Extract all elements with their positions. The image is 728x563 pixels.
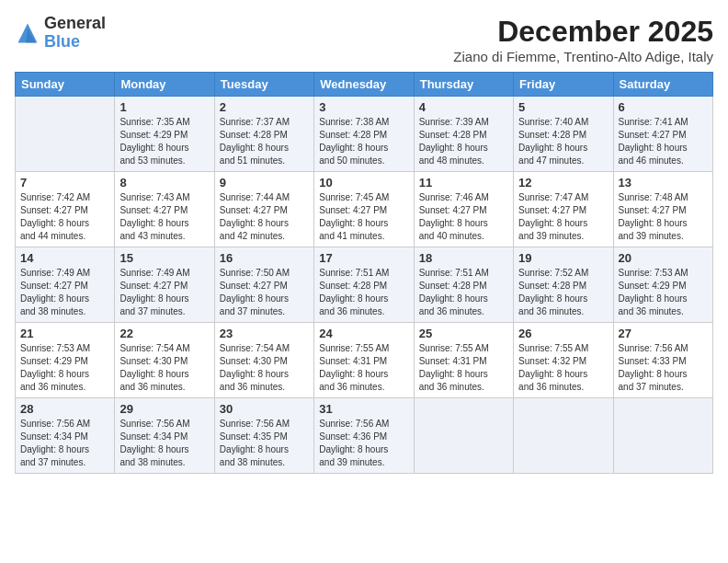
calendar-day-cell: 19Sunrise: 7:52 AM Sunset: 4:28 PM Dayli… — [514, 247, 613, 323]
day-number: 18 — [419, 251, 508, 265]
calendar-day-cell: 4Sunrise: 7:39 AM Sunset: 4:28 PM Daylig… — [414, 97, 513, 172]
calendar-day-cell: 17Sunrise: 7:51 AM Sunset: 4:28 PM Dayli… — [314, 247, 414, 323]
calendar-day-cell — [414, 398, 513, 474]
weekday-header: Monday — [115, 73, 214, 97]
calendar-day-cell — [514, 398, 613, 474]
calendar-day-cell: 5Sunrise: 7:40 AM Sunset: 4:28 PM Daylig… — [514, 97, 613, 172]
calendar-day-cell: 12Sunrise: 7:47 AM Sunset: 4:27 PM Dayli… — [514, 172, 613, 247]
calendar-day-cell: 27Sunrise: 7:56 AM Sunset: 4:33 PM Dayli… — [613, 323, 712, 398]
day-number: 9 — [220, 176, 309, 190]
calendar-day-cell: 3Sunrise: 7:38 AM Sunset: 4:28 PM Daylig… — [314, 97, 414, 172]
day-number: 12 — [518, 176, 608, 190]
day-info: Sunrise: 7:56 AM Sunset: 4:34 PM Dayligh… — [119, 418, 209, 469]
calendar-day-cell: 2Sunrise: 7:37 AM Sunset: 4:28 PM Daylig… — [214, 97, 313, 172]
calendar-day-cell: 9Sunrise: 7:44 AM Sunset: 4:27 PM Daylig… — [214, 172, 313, 247]
day-info: Sunrise: 7:56 AM Sunset: 4:35 PM Dayligh… — [220, 418, 309, 469]
calendar-day-cell: 26Sunrise: 7:55 AM Sunset: 4:32 PM Dayli… — [514, 323, 613, 398]
calendar-day-cell: 22Sunrise: 7:54 AM Sunset: 4:30 PM Dayli… — [115, 323, 214, 398]
day-info: Sunrise: 7:35 AM Sunset: 4:29 PM Dayligh… — [119, 116, 209, 167]
day-info: Sunrise: 7:54 AM Sunset: 4:30 PM Dayligh… — [119, 342, 209, 394]
day-number: 8 — [119, 176, 209, 190]
weekday-header: Friday — [514, 73, 613, 97]
day-number: 30 — [220, 402, 309, 416]
calendar-table: SundayMondayTuesdayWednesdayThursdayFrid… — [15, 72, 713, 474]
day-number: 15 — [119, 251, 209, 265]
day-number: 25 — [419, 327, 508, 340]
calendar-day-cell: 21Sunrise: 7:53 AM Sunset: 4:29 PM Dayli… — [16, 323, 115, 398]
page-title: December 2025 — [453, 15, 713, 49]
calendar-day-cell — [16, 97, 115, 172]
calendar-day-cell: 30Sunrise: 7:56 AM Sunset: 4:35 PM Dayli… — [214, 398, 313, 474]
day-info: Sunrise: 7:48 AM Sunset: 4:27 PM Dayligh… — [619, 191, 708, 243]
calendar-day-cell: 7Sunrise: 7:42 AM Sunset: 4:27 PM Daylig… — [16, 172, 115, 247]
page-subtitle: Ziano di Fiemme, Trentino-Alto Adige, It… — [453, 49, 713, 64]
weekday-header: Tuesday — [214, 73, 313, 97]
day-number: 4 — [419, 100, 508, 114]
logo-general-text: General — [44, 14, 106, 32]
day-info: Sunrise: 7:53 AM Sunset: 4:29 PM Dayligh… — [20, 342, 109, 394]
day-number: 3 — [319, 100, 408, 114]
day-info: Sunrise: 7:42 AM Sunset: 4:27 PM Dayligh… — [20, 191, 109, 243]
calendar-week-row: 21Sunrise: 7:53 AM Sunset: 4:29 PM Dayli… — [16, 323, 713, 398]
calendar-day-cell: 10Sunrise: 7:45 AM Sunset: 4:27 PM Dayli… — [314, 172, 414, 247]
calendar-day-cell: 13Sunrise: 7:48 AM Sunset: 4:27 PM Dayli… — [613, 172, 712, 247]
day-info: Sunrise: 7:39 AM Sunset: 4:28 PM Dayligh… — [419, 116, 508, 167]
calendar-day-cell: 6Sunrise: 7:41 AM Sunset: 4:27 PM Daylig… — [613, 97, 712, 172]
day-number: 29 — [119, 402, 209, 416]
day-info: Sunrise: 7:56 AM Sunset: 4:33 PM Dayligh… — [619, 342, 708, 394]
calendar-week-row: 28Sunrise: 7:56 AM Sunset: 4:34 PM Dayli… — [16, 398, 713, 474]
day-number: 13 — [619, 176, 708, 190]
weekday-header: Saturday — [613, 73, 712, 97]
day-number: 27 — [619, 327, 708, 340]
day-number: 16 — [220, 251, 309, 265]
day-number: 2 — [220, 100, 309, 114]
day-number: 10 — [319, 176, 408, 190]
day-info: Sunrise: 7:40 AM Sunset: 4:28 PM Dayligh… — [518, 116, 608, 167]
day-number: 28 — [20, 402, 109, 416]
day-info: Sunrise: 7:46 AM Sunset: 4:27 PM Dayligh… — [419, 191, 508, 243]
calendar-day-cell: 8Sunrise: 7:43 AM Sunset: 4:27 PM Daylig… — [115, 172, 214, 247]
calendar-day-cell: 11Sunrise: 7:46 AM Sunset: 4:27 PM Dayli… — [414, 172, 513, 247]
day-info: Sunrise: 7:55 AM Sunset: 4:31 PM Dayligh… — [419, 342, 508, 394]
calendar-header-row: SundayMondayTuesdayWednesdayThursdayFrid… — [16, 73, 713, 97]
day-number: 21 — [20, 327, 109, 340]
calendar-week-row: 14Sunrise: 7:49 AM Sunset: 4:27 PM Dayli… — [16, 247, 713, 323]
day-info: Sunrise: 7:51 AM Sunset: 4:28 PM Dayligh… — [419, 267, 508, 318]
day-info: Sunrise: 7:45 AM Sunset: 4:27 PM Dayligh… — [319, 191, 408, 243]
day-number: 31 — [319, 402, 408, 416]
calendar-day-cell: 23Sunrise: 7:54 AM Sunset: 4:30 PM Dayli… — [214, 323, 313, 398]
day-info: Sunrise: 7:44 AM Sunset: 4:27 PM Dayligh… — [220, 191, 309, 243]
calendar-day-cell: 29Sunrise: 7:56 AM Sunset: 4:34 PM Dayli… — [115, 398, 214, 474]
day-number: 6 — [619, 100, 708, 114]
day-info: Sunrise: 7:50 AM Sunset: 4:27 PM Dayligh… — [220, 267, 309, 318]
day-info: Sunrise: 7:47 AM Sunset: 4:27 PM Dayligh… — [518, 191, 608, 243]
day-info: Sunrise: 7:56 AM Sunset: 4:36 PM Dayligh… — [319, 418, 408, 469]
day-number: 26 — [518, 327, 608, 340]
logo-icon — [15, 20, 40, 46]
day-info: Sunrise: 7:55 AM Sunset: 4:31 PM Dayligh… — [319, 342, 408, 394]
day-number: 23 — [220, 327, 309, 340]
day-info: Sunrise: 7:38 AM Sunset: 4:28 PM Dayligh… — [319, 116, 408, 167]
day-info: Sunrise: 7:52 AM Sunset: 4:28 PM Dayligh… — [518, 267, 608, 318]
day-info: Sunrise: 7:53 AM Sunset: 4:29 PM Dayligh… — [619, 267, 708, 318]
calendar-day-cell: 20Sunrise: 7:53 AM Sunset: 4:29 PM Dayli… — [613, 247, 712, 323]
day-number: 5 — [518, 100, 608, 114]
calendar-day-cell: 24Sunrise: 7:55 AM Sunset: 4:31 PM Dayli… — [314, 323, 414, 398]
day-number: 11 — [419, 176, 508, 190]
day-info: Sunrise: 7:55 AM Sunset: 4:32 PM Dayligh… — [518, 342, 608, 394]
calendar-week-row: 7Sunrise: 7:42 AM Sunset: 4:27 PM Daylig… — [16, 172, 713, 247]
calendar-day-cell — [613, 398, 712, 474]
day-number: 20 — [619, 251, 708, 265]
weekday-header: Wednesday — [314, 73, 414, 97]
calendar-day-cell: 16Sunrise: 7:50 AM Sunset: 4:27 PM Dayli… — [214, 247, 313, 323]
day-info: Sunrise: 7:41 AM Sunset: 4:27 PM Dayligh… — [619, 116, 708, 167]
day-info: Sunrise: 7:51 AM Sunset: 4:28 PM Dayligh… — [319, 267, 408, 318]
calendar-week-row: 1Sunrise: 7:35 AM Sunset: 4:29 PM Daylig… — [16, 97, 713, 172]
day-info: Sunrise: 7:56 AM Sunset: 4:34 PM Dayligh… — [20, 418, 109, 469]
calendar-day-cell: 18Sunrise: 7:51 AM Sunset: 4:28 PM Dayli… — [414, 247, 513, 323]
day-number: 1 — [119, 100, 209, 114]
calendar-day-cell: 15Sunrise: 7:49 AM Sunset: 4:27 PM Dayli… — [115, 247, 214, 323]
weekday-header: Sunday — [16, 73, 115, 97]
calendar-day-cell: 31Sunrise: 7:56 AM Sunset: 4:36 PM Dayli… — [314, 398, 414, 474]
weekday-header: Thursday — [414, 73, 513, 97]
